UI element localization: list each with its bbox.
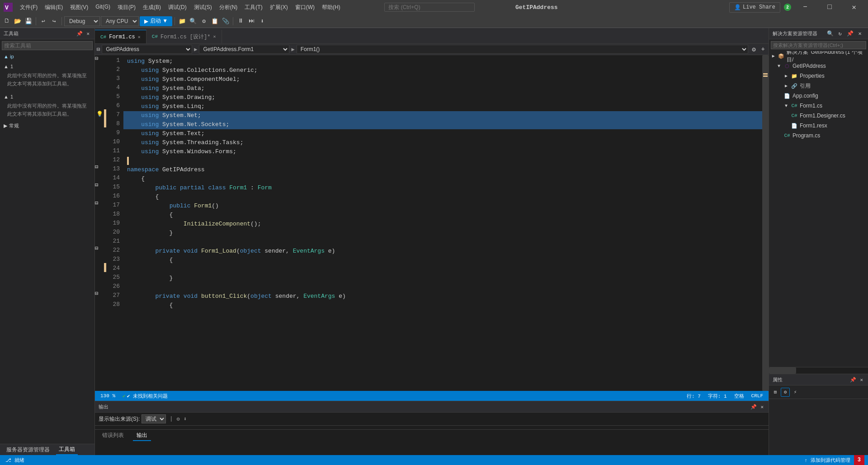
open-folder-btn[interactable]: 📁 (177, 16, 187, 26)
method-combo[interactable]: Form1() (297, 45, 748, 54)
props-sort-alpha-btn[interactable]: ⚙ (781, 388, 790, 397)
undo-btn[interactable]: ↩ (38, 16, 48, 26)
toolbox-general-label[interactable]: ▶ 常规 (0, 122, 94, 130)
row-indicator[interactable]: 行: 7 (685, 393, 703, 399)
ln-11: 11 (106, 147, 123, 156)
sep4 (233, 17, 233, 25)
solution-hscroll-thumb[interactable] (769, 367, 796, 374)
props-events-btn[interactable]: ⚡ (791, 388, 800, 397)
namespace-combo[interactable]: GetIPAddress (102, 45, 192, 54)
tree-appconfig[interactable]: 📄 App.config (769, 91, 868, 101)
addr-add-btn[interactable]: + (760, 46, 767, 53)
tree-form1designer[interactable]: C# Form1.Designer.cs (769, 111, 868, 121)
toolbar-btn-3[interactable]: 📋 (210, 16, 220, 26)
code-editor-panel: C# Form1.cs ✕ C# Form1.cs [设计]* ✕ ⊟ GetI… (95, 28, 769, 455)
toolbar-btn-1[interactable]: 🔍 (188, 16, 198, 26)
zoom-level[interactable]: 130 % (99, 393, 117, 399)
output-tools[interactable]: ⚙ (177, 416, 180, 423)
menu-view[interactable]: 视图(V) (66, 2, 92, 13)
tree-solution[interactable]: ▶ 📦 解决方案 'GetIPAddress'(1 个项目/ (769, 51, 868, 61)
sol-close-btn[interactable]: ✕ (855, 29, 864, 38)
server-explorer-tab[interactable]: 服务器资源管理器 (4, 445, 52, 455)
spaces-indicator[interactable]: 空格 (732, 393, 746, 399)
tab-cs-icon: C# (100, 34, 106, 40)
tree-form1cs[interactable]: ▼ C# Form1.cs (769, 101, 868, 111)
class-combo[interactable]: GetIPAddress.Form1 (199, 45, 289, 54)
sol-refresh-btn[interactable]: ↻ (835, 29, 844, 38)
output-source-select[interactable]: 调试 (142, 414, 166, 423)
menu-test[interactable]: 测试(S) (190, 2, 216, 13)
section-arrow-1: ▲ (4, 64, 9, 69)
output-scroll-btn[interactable]: ⬇ (184, 416, 187, 423)
encoding-indicator[interactable]: CRLF (750, 393, 765, 399)
sol-pin-btn[interactable]: 📌 (845, 29, 854, 38)
open-file-btn[interactable]: 📂 (13, 16, 23, 26)
redo-btn[interactable]: ↪ (49, 16, 59, 26)
toolbox-section-2-header[interactable]: ▲ 1 (0, 93, 94, 100)
bp-btn[interactable]: ⏸ (236, 16, 245, 26)
live-share-button[interactable]: 👤 Live Share (729, 2, 780, 13)
menu-edit[interactable]: 编辑(E) (41, 2, 66, 13)
tab-form1cs[interactable]: C# Form1.cs ✕ (95, 30, 146, 43)
tree-programcs[interactable]: C# Program.cs (769, 131, 868, 141)
toolbox-tab[interactable]: 工具箱 (56, 445, 78, 455)
add-source-control[interactable]: ↑ 添加到源代码管理 (803, 457, 852, 464)
start-button[interactable]: ▶ 启动 ▼ (140, 16, 172, 26)
step-over-btn[interactable]: ⏭ (246, 16, 256, 26)
close-button[interactable]: ✕ (844, 0, 864, 14)
maximize-button[interactable]: □ (819, 0, 840, 14)
vertical-scrollbar[interactable] (762, 55, 769, 391)
solution-title: 解决方案资源管理器 (773, 30, 817, 37)
gutter-lightbulb[interactable]: 💡 (95, 109, 104, 118)
step-into-btn[interactable]: ⬇ (257, 16, 267, 26)
no-issues[interactable]: ✔ ✔ 未找到相关问题 (121, 393, 170, 399)
menu-debug[interactable]: 调试(D) (165, 2, 190, 13)
tree-form1resx[interactable]: 📄 Form1.resx (769, 121, 868, 131)
menu-analyze[interactable]: 分析(N) (216, 2, 241, 13)
error-list-tab[interactable]: 错误列表 (99, 431, 127, 441)
code-content[interactable]: using System; using System.Collections.G… (123, 55, 762, 391)
new-file-btn[interactable]: 🗋 (2, 16, 12, 26)
toolbox-search-input[interactable] (2, 41, 93, 50)
menu-window[interactable]: 窗口(W) (292, 2, 318, 13)
minimize-button[interactable]: − (795, 0, 816, 14)
platform-dropdown[interactable]: Any CPU (101, 16, 139, 26)
tab-form1cs-close[interactable]: ✕ (138, 34, 141, 40)
tree-references[interactable]: ▶ 🔗 引用 (769, 81, 868, 91)
output-panel: 输出 📌 ✕ 显示输出来源(S): 调试 | ⚙ ⬇ 错误列表 输出 (95, 401, 769, 455)
toolbox-pin-btn[interactable]: 📌 (75, 31, 84, 37)
addr-settings-icon[interactable]: ⚙ (750, 46, 757, 53)
solution-search-input[interactable] (771, 41, 866, 49)
output-tab[interactable]: 输出 (133, 431, 151, 441)
menu-build[interactable]: 生成(B) (139, 2, 165, 13)
output-pin-btn[interactable]: 📌 (749, 404, 758, 410)
menu-extensions[interactable]: 扩展(X) (266, 2, 292, 13)
solution-hscroll[interactable] (769, 367, 868, 374)
config-dropdown[interactable]: Debug Release (64, 16, 100, 26)
menu-file[interactable]: 文件(F) (16, 2, 41, 13)
toolbox-section-1-header[interactable]: ▲ 1 (0, 63, 94, 70)
props-close-btn[interactable]: ✕ (859, 377, 864, 383)
toolbox-close-btn[interactable]: ✕ (85, 31, 91, 37)
props-pin-btn[interactable]: 📌 (849, 377, 858, 383)
scrollbar-thumb-v[interactable] (762, 55, 769, 391)
toolbar-btn-2[interactable]: ⚙ (199, 16, 209, 26)
toolbar-btn-4[interactable]: 📎 (221, 16, 231, 26)
sol-search-btn[interactable]: 🔍 (826, 29, 835, 38)
error-count-badge[interactable]: 3 (854, 455, 864, 465)
menu-git[interactable]: Git(G) (92, 2, 114, 13)
tree-properties[interactable]: ▶ 📁 Properties (769, 71, 868, 81)
git-status[interactable]: ⎇ 就绪 (4, 457, 26, 464)
output-close-btn[interactable]: ✕ (759, 404, 765, 410)
global-search-input[interactable] (384, 3, 475, 12)
notification-badge[interactable]: 2 (784, 4, 791, 11)
props-sort-cat-btn[interactable]: ⊞ (771, 388, 780, 397)
menu-tools[interactable]: 工具(T) (241, 2, 266, 13)
menu-project[interactable]: 项目(P) (114, 2, 139, 13)
save-btn[interactable]: 💾 (24, 16, 33, 26)
menu-help[interactable]: 帮助(H) (318, 2, 344, 13)
ln-5: 5 (106, 93, 123, 102)
tab-form1design[interactable]: C# Form1.cs [设计]* ✕ (146, 30, 222, 43)
col-indicator[interactable]: 字符: 1 (706, 393, 729, 399)
tab-form1design-close[interactable]: ✕ (213, 34, 216, 39)
